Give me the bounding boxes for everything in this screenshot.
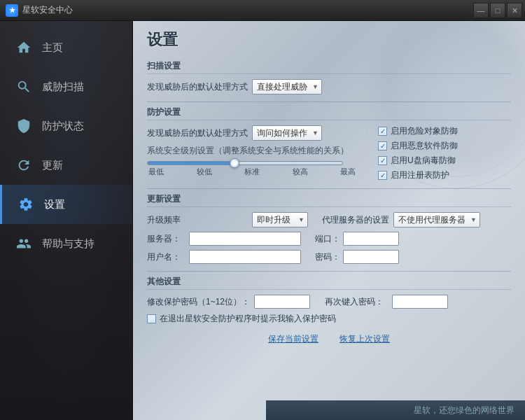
security-slider[interactable] <box>147 161 343 165</box>
scan-default-action-row: 发现威胁后的默认处理方式 直接处理威胁 ▼ <box>147 79 511 94</box>
checkbox-danger-obj-label: 启用危险对象防御 <box>391 125 458 137</box>
port-input[interactable] <box>343 232 399 246</box>
app-icon: ★ <box>6 4 18 17</box>
system-level-row: 系统安全级别设置（调整系统安全与系统性能的关系） <box>147 145 357 157</box>
slider-section: 最低 较低 标准 较高 最高 <box>147 161 357 177</box>
exit-prompt-label: 在退出星软安全防护程序时提示我输入保护密码 <box>160 313 336 325</box>
slider-label-0: 最低 <box>148 167 164 177</box>
modify-pwd-input[interactable] <box>254 295 310 309</box>
protection-action-dropdown[interactable]: 询问如何操作 ▼ <box>252 125 322 141</box>
exit-prompt-checkbox[interactable] <box>147 314 156 323</box>
username-label: 用户名： <box>147 251 189 263</box>
footer-text: 星软，还您绿色的网络世界 <box>414 405 514 416</box>
gear-icon <box>16 195 36 214</box>
protection-row: 发现威胁后的默认处理方式 询问如何操作 ▼ 系统安全级别设置（调整系统安全与系统… <box>147 125 511 181</box>
sidebar-scan-label: 威胁扫描 <box>42 80 84 94</box>
checkbox-malware[interactable] <box>378 141 387 150</box>
update-section: 更新设置 升级频率 即时升级 ▼ 代理服务器的设置 不使用代理服务器 ▼ 服务器… <box>147 193 511 264</box>
window-controls: — □ ✕ <box>473 3 522 18</box>
sidebar: 主页 威胁扫描 防护状态 更新 设置 <box>0 21 133 420</box>
upgrade-freq-value: 即时升级 <box>257 214 290 226</box>
checkbox-usb-virus[interactable] <box>378 156 387 165</box>
sidebar-item-settings[interactable]: 设置 <box>0 185 132 224</box>
confirm-pwd-input[interactable] <box>392 295 448 309</box>
close-button[interactable]: ✕ <box>507 3 522 18</box>
protection-section: 防护设置 发现威胁后的默认处理方式 询问如何操作 ▼ 系统安全级别设置（调整系统… <box>147 106 511 181</box>
confirm-pwd-label: 再次键入密码： <box>325 296 384 308</box>
sidebar-home-label: 主页 <box>42 41 63 55</box>
protection-section-title: 防护设置 <box>147 106 511 120</box>
titlebar-title: 星软安全中心 <box>22 4 73 16</box>
content-area: 设置 扫描设置 发现威胁后的默认处理方式 直接处理威胁 ▼ 防护设置 <box>133 21 525 420</box>
main-container: 主页 威胁扫描 防护状态 更新 设置 <box>0 21 525 420</box>
port-label: 端口： <box>315 233 340 245</box>
upgrade-freq-dropdown[interactable]: 即时升级 ▼ <box>252 212 308 227</box>
server-row: 服务器： 端口： <box>147 232 511 246</box>
checkbox-row-3: 启用注册表防护 <box>378 169 511 181</box>
footer: 星软，还您绿色的网络世界 <box>266 400 525 420</box>
sidebar-protection-label: 防护状态 <box>42 120 84 133</box>
other-section: 其他设置 修改保护密码（1~12位）： 再次键入密码： 在退出星软安全防护程序时… <box>147 276 511 325</box>
scan-action-arrow: ▼ <box>312 83 318 90</box>
scan-section: 扫描设置 发现威胁后的默认处理方式 直接处理威胁 ▼ <box>147 60 511 94</box>
update-section-title: 更新设置 <box>147 193 511 207</box>
server-label: 服务器： <box>147 233 189 245</box>
protection-left: 发现威胁后的默认处理方式 询问如何操作 ▼ 系统安全级别设置（调整系统安全与系统… <box>147 125 357 181</box>
proxy-dropdown[interactable]: 不使用代理服务器 ▼ <box>393 212 480 227</box>
password-input[interactable] <box>343 250 399 264</box>
system-level-label: 系统安全级别设置（调整系统安全与系统性能的关系） <box>147 145 349 157</box>
username-input[interactable] <box>189 250 301 264</box>
divider-3 <box>147 271 511 272</box>
password-label: 密码： <box>315 251 340 263</box>
scan-default-action-label: 发现威胁后的默认处理方式 <box>147 81 252 93</box>
upgrade-freq-arrow: ▼ <box>298 216 304 223</box>
sidebar-item-help[interactable]: 帮助与支持 <box>0 224 132 263</box>
scan-action-value: 直接处理威胁 <box>257 81 307 93</box>
slider-thumb[interactable] <box>230 158 239 168</box>
sidebar-item-home[interactable]: 主页 <box>0 28 132 67</box>
slider-label-1: 较低 <box>197 167 212 177</box>
other-section-title: 其他设置 <box>147 276 511 290</box>
divider-2 <box>147 188 511 189</box>
sidebar-item-protection[interactable]: 防护状态 <box>0 106 132 146</box>
protection-action-row: 发现威胁后的默认处理方式 询问如何操作 ▼ <box>147 125 357 141</box>
refresh-icon <box>14 155 34 175</box>
slider-label-4: 最高 <box>340 167 356 177</box>
save-settings-button[interactable]: 保存当前设置 <box>268 333 318 345</box>
page-title: 设置 <box>147 29 511 50</box>
protection-checkboxes: 启用危险对象防御 启用恶意软件防御 启用U盘病毒防御 <box>378 125 511 181</box>
sidebar-item-update[interactable]: 更新 <box>0 146 132 185</box>
slider-label-2: 标准 <box>244 167 260 177</box>
exit-prompt-row: 在退出星软安全防护程序时提示我输入保护密码 <box>147 313 511 325</box>
home-icon <box>14 38 34 57</box>
divider-1 <box>147 102 511 102</box>
proxy-label: 代理服务器的设置 <box>322 214 389 226</box>
maximize-button[interactable]: □ <box>490 3 505 18</box>
checkbox-danger-obj[interactable] <box>378 127 387 136</box>
checkbox-registry[interactable] <box>378 171 387 180</box>
checkbox-malware-label: 启用恶意软件防御 <box>391 140 458 152</box>
modify-pwd-row: 修改保护密码（1~12位）： 再次键入密码： <box>147 295 511 309</box>
proxy-value: 不使用代理服务器 <box>398 214 465 226</box>
checkbox-row-0: 启用危险对象防御 <box>378 125 511 137</box>
checkbox-row-1: 启用恶意软件防御 <box>378 140 511 152</box>
protection-right: 启用危险对象防御 启用恶意软件防御 启用U盘病毒防御 <box>371 125 511 181</box>
scan-action-dropdown[interactable]: 直接处理威胁 ▼ <box>252 79 322 94</box>
server-input[interactable] <box>189 232 301 246</box>
slider-labels: 最低 较低 标准 较高 最高 <box>147 167 357 177</box>
username-row: 用户名： 密码： <box>147 250 511 264</box>
bottom-links: 保存当前设置 恢复上次设置 <box>147 333 511 345</box>
sidebar-item-scan[interactable]: 威胁扫描 <box>0 67 132 106</box>
search-icon <box>14 77 34 97</box>
protection-action-arrow: ▼ <box>312 130 318 136</box>
sidebar-update-label: 更新 <box>42 159 63 172</box>
scan-section-title: 扫描设置 <box>147 60 511 74</box>
modify-pwd-label: 修改保护密码（1~12位）： <box>147 296 250 308</box>
protection-action-label: 发现威胁后的默认处理方式 <box>147 127 252 139</box>
slider-label-3: 较高 <box>293 167 308 177</box>
people-icon <box>14 234 34 253</box>
protection-action-value: 询问如何操作 <box>257 127 307 139</box>
restore-settings-button[interactable]: 恢复上次设置 <box>340 333 390 345</box>
minimize-button[interactable]: — <box>473 3 489 18</box>
sidebar-settings-label: 设置 <box>44 198 65 211</box>
